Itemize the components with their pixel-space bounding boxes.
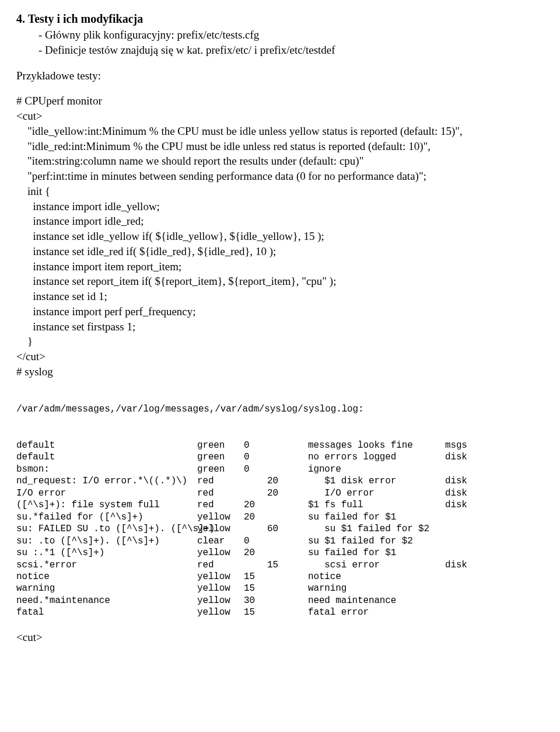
syslog-cell: green <box>197 463 244 475</box>
syslog-cell: red <box>197 499 244 511</box>
syslog-rule-row: su: .to ([^\s]+). ([^\s]+)clear0su $1 fa… <box>16 535 544 547</box>
syslog-cell: default <box>16 440 197 451</box>
syslog-cell: $1 disk error <box>308 475 445 487</box>
code-line: instance import item report_item; <box>16 260 544 274</box>
syslog-cell <box>267 499 308 511</box>
syslog-cell: need maintenance <box>308 595 445 606</box>
syslog-cell <box>445 535 544 547</box>
syslog-cell <box>445 523 544 535</box>
syslog-cell: warning <box>16 583 197 594</box>
syslog-header: /var/adm/messages,/var/log/messages,/var… <box>16 403 544 415</box>
syslog-cell <box>244 487 267 499</box>
syslog-cell: red <box>197 559 244 571</box>
syslog-rule-row: I/O errorred20 I/O errordisk <box>16 487 544 499</box>
syslog-cell: ([^\s]+): file system full <box>16 499 197 511</box>
syslog-cell: red <box>197 475 244 487</box>
cut-open: <cut> <box>16 109 544 123</box>
bullet-config-file: - Główny plik konfiguracyjny: prefix/etc… <box>16 28 544 42</box>
cut-close: </cut> <box>16 350 544 364</box>
syslog-cell: disk <box>445 475 544 487</box>
syslog-cell: su :.*1 ([^\s]+) <box>16 547 197 559</box>
syslog-cell: yellow <box>197 547 244 559</box>
section-title: 4. Testy i ich modyfikacja <box>16 12 544 26</box>
syslog-cell <box>445 606 544 618</box>
syslog-cell: yellow <box>197 583 244 594</box>
syslog-cell <box>445 583 544 594</box>
syslog-rule-row: su.*failed for ([^\s]+)yellow20su failed… <box>16 511 544 523</box>
syslog-cell: su $1 failed for $2 <box>308 523 445 535</box>
code-line: "item:string:column name we should repor… <box>16 154 544 168</box>
code-line: init { <box>16 184 544 198</box>
syslog-block: /var/adm/messages,/var/log/messages,/var… <box>16 380 544 631</box>
syslog-rule-row: scsi.*errorred15 scsi errordisk <box>16 559 544 571</box>
syslog-cell: 60 <box>267 523 308 535</box>
syslog-cell: disk <box>445 451 544 463</box>
syslog-cell: 20 <box>267 475 308 487</box>
code-line: instance set idle_red if( ${idle_red}, $… <box>16 245 544 259</box>
syslog-rule-row: nd_request: I/O error.*\((.*)\)red20 $1 … <box>16 475 544 487</box>
syslog-cell: 15 <box>244 583 267 594</box>
syslog-cell: disk <box>445 487 544 499</box>
syslog-cell <box>267 511 308 523</box>
syslog-cell: 0 <box>244 451 267 463</box>
code-line: instance set firstpass 1; <box>16 320 544 334</box>
syslog-cell: disk <box>445 559 544 571</box>
syslog-cell <box>244 559 267 571</box>
syslog-cell: notice <box>308 571 445 583</box>
syslog-cell: notice <box>16 571 197 583</box>
syslog-cell: bsmon: <box>16 463 197 475</box>
syslog-cell <box>267 606 308 618</box>
syslog-cell: 0 <box>244 535 267 547</box>
syslog-cell: default <box>16 451 197 463</box>
syslog-rule-row: defaultgreen0no errors loggeddisk <box>16 451 544 463</box>
syslog-cell: su.*failed for ([^\s]+) <box>16 511 197 523</box>
syslog-cell: $1 fs full <box>308 499 445 511</box>
syslog-cell: msgs <box>445 440 544 451</box>
syslog-cell: 20 <box>244 511 267 523</box>
cpu-comment: # CPUperf monitor <box>16 94 544 108</box>
code-line: "perf:int:time in minutes between sendin… <box>16 169 544 183</box>
syslog-cell <box>445 463 544 475</box>
syslog-cell: 15 <box>267 559 308 571</box>
syslog-cell <box>244 523 267 535</box>
syslog-cell: su failed for $1 <box>308 511 445 523</box>
syslog-cell: I/O error <box>308 487 445 499</box>
code-line: instance import idle_red; <box>16 214 544 228</box>
syslog-cell: messages looks fine <box>308 440 445 451</box>
syslog-cell: 30 <box>244 595 267 606</box>
syslog-cell: 20 <box>267 487 308 499</box>
syslog-rule-row: need.*maintenanceyellow30need maintenanc… <box>16 595 544 606</box>
syslog-cell: 20 <box>244 499 267 511</box>
syslog-cell: no errors logged <box>308 451 445 463</box>
syslog-cell: yellow <box>197 606 244 618</box>
syslog-cell: yellow <box>197 511 244 523</box>
syslog-cell <box>267 583 308 594</box>
syslog-cell <box>267 547 308 559</box>
syslog-cell: clear <box>197 535 244 547</box>
examples-label: Przykładowe testy: <box>16 69 544 83</box>
syslog-cell <box>445 571 544 583</box>
syslog-cell: ignore <box>308 463 445 475</box>
code-line: instance set id 1; <box>16 290 544 304</box>
syslog-cell: 0 <box>244 440 267 451</box>
syslog-cell: fatal <box>16 606 197 618</box>
code-line: "idle_red:int:Minimum % the CPU must be … <box>16 140 544 154</box>
syslog-rule-row: su :.*1 ([^\s]+)yellow20su failed for $1 <box>16 547 544 559</box>
syslog-rule-row: defaultgreen0messages looks finemsgs <box>16 440 544 451</box>
syslog-rule-row: bsmon:green0ignore <box>16 463 544 475</box>
syslog-cell: su: FAILED SU .to ([^\s]+). ([^\s]+) <box>16 523 197 535</box>
code-line: } <box>16 334 544 348</box>
syslog-cell: su: .to ([^\s]+). ([^\s]+) <box>16 535 197 547</box>
syslog-cell: need.*maintenance <box>16 595 197 606</box>
syslog-rule-row: ([^\s]+): file system fullred20$1 fs ful… <box>16 499 544 511</box>
syslog-cell: 20 <box>244 547 267 559</box>
syslog-cell <box>267 440 308 451</box>
syslog-cell <box>445 595 544 606</box>
syslog-cell: 0 <box>244 463 267 475</box>
bullet-test-defs: - Definicje testów znajdują się w kat. p… <box>16 43 544 57</box>
syslog-rule-row: warningyellow15warning <box>16 583 544 594</box>
syslog-cell: yellow <box>197 523 244 535</box>
syslog-cell: disk <box>445 499 544 511</box>
syslog-cell <box>445 511 544 523</box>
syslog-cell <box>445 547 544 559</box>
